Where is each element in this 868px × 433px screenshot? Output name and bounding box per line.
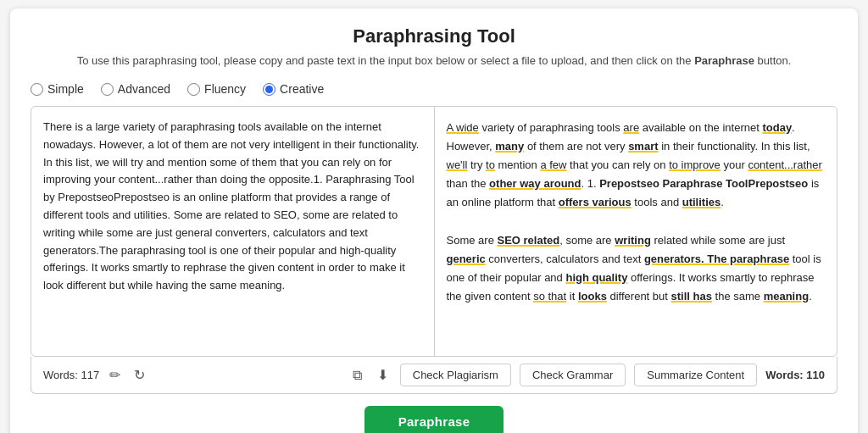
- text-panels: There is a large variety of paraphrasing…: [31, 106, 837, 357]
- mode-simple[interactable]: Simple: [31, 82, 84, 96]
- page-subtitle: To use this paraphrasing tool, please co…: [31, 54, 837, 67]
- check-grammar-button[interactable]: Check Grammar: [520, 364, 626, 386]
- mode-creative[interactable]: Creative: [263, 82, 324, 96]
- copy-button[interactable]: ⧉: [349, 366, 365, 385]
- bottom-bar: Paraphrase: [31, 406, 837, 433]
- word-count-left: Words: 117 ✏ ↻: [43, 365, 148, 385]
- mode-selector: Simple Advanced Fluency Creative: [31, 82, 837, 96]
- paraphrase-button[interactable]: Paraphrase: [364, 406, 504, 433]
- summarize-button[interactable]: Summarize Content: [634, 364, 757, 386]
- page-title: Paraphrasing Tool: [31, 25, 837, 47]
- check-plagiarism-button[interactable]: Check Plagiarism: [400, 364, 511, 386]
- word-count-right: Words: 110: [765, 369, 825, 381]
- main-container: Paraphrasing Tool To use this paraphrasi…: [10, 8, 858, 433]
- download-button[interactable]: ⬇: [374, 365, 392, 385]
- output-panel: A wide variety of paraphrasing tools are…: [435, 107, 837, 356]
- footer-actions: ⧉ ⬇ Check Plagiarism Check Grammar Summa…: [349, 364, 825, 386]
- mode-fluency[interactable]: Fluency: [187, 82, 246, 96]
- refresh-button[interactable]: ↻: [131, 365, 148, 385]
- edit-button[interactable]: ✏: [106, 365, 124, 385]
- mode-advanced[interactable]: Advanced: [101, 82, 170, 96]
- input-panel[interactable]: There is a large variety of paraphrasing…: [31, 107, 435, 356]
- footer-bar: Words: 117 ✏ ↻ ⧉ ⬇ Check Plagiarism Chec…: [31, 357, 837, 394]
